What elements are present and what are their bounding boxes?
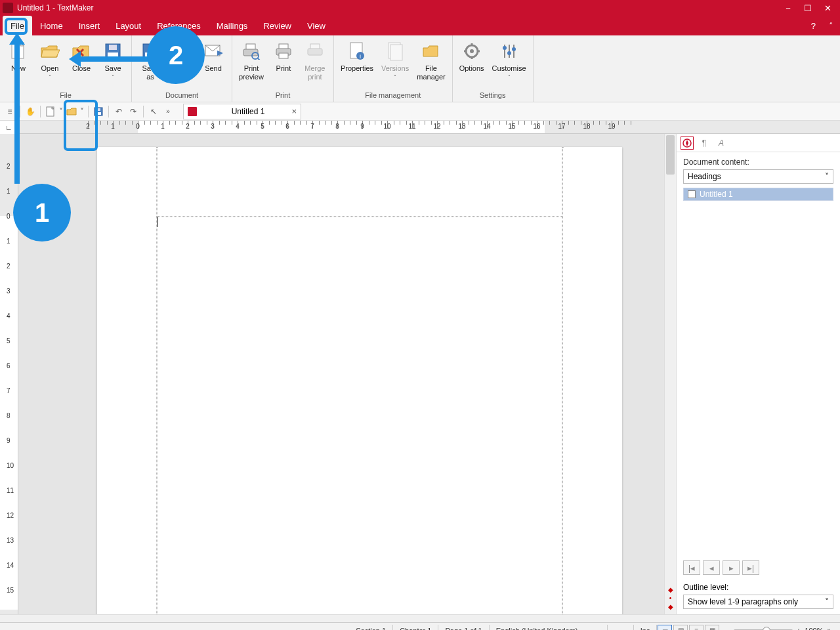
svg-rect-25 <box>390 45 402 60</box>
chevron-down-icon: ˅ <box>112 74 114 80</box>
menu-tab-mailings[interactable]: Mailings <box>209 16 256 35</box>
zoom-more-icon[interactable]: » <box>827 627 831 630</box>
nav-first-button[interactable]: |◂ <box>683 560 700 575</box>
side-panel-tabs: ¶ A <box>677 134 840 152</box>
horizontal-scrollbar[interactable] <box>0 614 840 622</box>
menu-tab-layout[interactable]: Layout <box>108 16 149 35</box>
group-label: Document <box>132 90 232 102</box>
qat-redo-icon[interactable]: ↷ <box>126 104 140 119</box>
horizontal-ruler[interactable]: 21012345678910111213141516171819 <box>18 121 840 134</box>
print-preview-button[interactable]: Print preview <box>235 37 268 89</box>
document-icon <box>188 107 197 116</box>
svg-text:i: i <box>360 53 361 60</box>
svg-point-35 <box>503 46 507 50</box>
minimize-button[interactable]: − <box>778 0 798 16</box>
svg-point-36 <box>507 51 511 55</box>
chevron-down-icon: ˅ <box>508 74 511 80</box>
status-page[interactable]: Page 1 of 1 <box>438 625 489 631</box>
qat-cursor-icon[interactable]: ↖ <box>146 104 161 119</box>
print-label: Print <box>276 64 291 73</box>
file-manager-button[interactable]: File manager <box>413 37 449 89</box>
group-label: File management <box>334 90 452 102</box>
chevron-down-icon: ˅ <box>49 74 51 80</box>
annotation-arrow-1 <box>8 33 28 188</box>
annotation-number-2: 2 <box>147 26 205 84</box>
outline-level-select[interactable]: Show level 1-9 paragraphs only ˅ <box>683 595 833 609</box>
side-panel-title: Document content: <box>677 152 840 169</box>
ribbon-group-file-management: iPropertiesVersions˅File managerFile man… <box>334 35 453 102</box>
vertical-scrollbar[interactable]: ◆•◆ <box>664 134 676 614</box>
status-chapter[interactable]: Chapter 1 <box>393 625 438 631</box>
merge-print-button: Merge print <box>299 37 331 89</box>
document-tree[interactable]: Untitled 1 <box>683 188 833 201</box>
scrollbar-thumb[interactable] <box>666 135 675 175</box>
menu-tab-view[interactable]: View <box>299 16 333 35</box>
menu-tab-insert[interactable]: Insert <box>71 16 108 35</box>
help-button[interactable]: ? <box>805 16 822 35</box>
svg-rect-18 <box>279 53 288 58</box>
options-button[interactable]: Options <box>455 37 488 89</box>
status-section[interactable]: Section 1 <box>349 625 393 631</box>
chevron-down-icon: ˅ <box>394 74 396 80</box>
tree-node-label: Untitled 1 <box>700 190 733 199</box>
chevron-down-icon: ˅ <box>825 172 829 181</box>
main-area: 210123456789101112131415 ◆•◆ ¶ A Documen… <box>0 134 840 614</box>
tree-node[interactable]: Untitled 1 <box>684 188 833 200</box>
nav-prev-button[interactable]: ◂ <box>703 560 720 575</box>
send-icon <box>203 41 224 62</box>
view-outline-button[interactable]: ≡ <box>689 625 704 631</box>
send-label: Send <box>205 64 222 73</box>
side-tab-styles-icon[interactable]: A <box>715 136 728 150</box>
close-window-button[interactable]: ✕ <box>818 0 837 16</box>
zoom-out-button[interactable]: − <box>725 627 729 631</box>
print-button[interactable]: Print <box>268 37 299 89</box>
menu-bar: FileHomeInsertLayoutReferencesMailingsRe… <box>0 16 840 35</box>
qat-new-icon[interactable] <box>43 104 58 119</box>
file-manager-label: File manager <box>417 64 445 81</box>
view-normal-button[interactable]: ▭ <box>658 625 672 631</box>
document-tab-close-icon[interactable]: × <box>291 106 297 116</box>
nav-last-button[interactable]: ▸| <box>742 560 759 575</box>
open-icon <box>39 41 60 62</box>
headings-select[interactable]: Headings ˅ <box>683 169 833 184</box>
headings-select-value: Headings <box>688 172 721 181</box>
document-tab[interactable]: Untitled 1 × <box>183 104 301 119</box>
options-icon <box>461 41 482 62</box>
ribbon-group-print: Print previewPrintMerge printPrint <box>232 35 334 102</box>
print-preview-label: Print preview <box>239 64 264 81</box>
group-label: Settings <box>453 90 533 102</box>
side-tab-paragraph-icon[interactable]: ¶ <box>698 136 711 150</box>
status-bar: Section 1 Chapter 1 Page 1 of 1 English … <box>0 622 840 630</box>
qat-undo-icon[interactable]: ↶ <box>112 104 126 119</box>
tree-checkbox[interactable] <box>688 190 696 198</box>
merge-print-label: Merge print <box>304 64 325 81</box>
properties-label: Properties <box>341 64 373 73</box>
properties-button[interactable]: iProperties <box>337 37 377 89</box>
text-cursor <box>157 217 158 227</box>
status-language[interactable]: English (United Kingdom) <box>490 625 608 631</box>
chevron-down-icon: ˅ <box>825 597 829 606</box>
view-master-button[interactable]: ▤ <box>673 625 688 631</box>
open-button[interactable]: Open˅ <box>34 37 66 89</box>
horizontal-ruler-row: ∟ 21012345678910111213141516171819 <box>0 121 840 134</box>
view-web-button[interactable]: ▦ <box>705 625 719 631</box>
customise-button[interactable]: Customise˅ <box>488 37 530 89</box>
nav-next-button[interactable]: ▸ <box>723 560 740 575</box>
window-title: Untitled 1 - TextMaker <box>17 3 94 12</box>
menu-tab-home[interactable]: Home <box>32 16 71 35</box>
collapse-ribbon-button[interactable]: ˄ <box>822 16 840 35</box>
versions-icon <box>385 41 406 62</box>
maximize-button[interactable]: ☐ <box>798 0 818 16</box>
page[interactable] <box>97 147 622 614</box>
document-canvas[interactable] <box>18 134 664 614</box>
menu-tab-review[interactable]: Review <box>255 16 299 35</box>
outline-level-value: Show level 1-9 paragraphs only <box>688 597 798 606</box>
print-preview-icon <box>241 41 262 62</box>
side-tab-navigator-icon[interactable] <box>681 136 694 150</box>
properties-icon: i <box>346 41 368 62</box>
status-ins[interactable]: Ins <box>634 625 658 631</box>
qat-more-icon[interactable]: » <box>161 104 175 119</box>
zoom-in-button[interactable]: + <box>797 627 801 631</box>
customise-label: Customise <box>492 64 526 73</box>
status-empty1 <box>608 625 634 631</box>
